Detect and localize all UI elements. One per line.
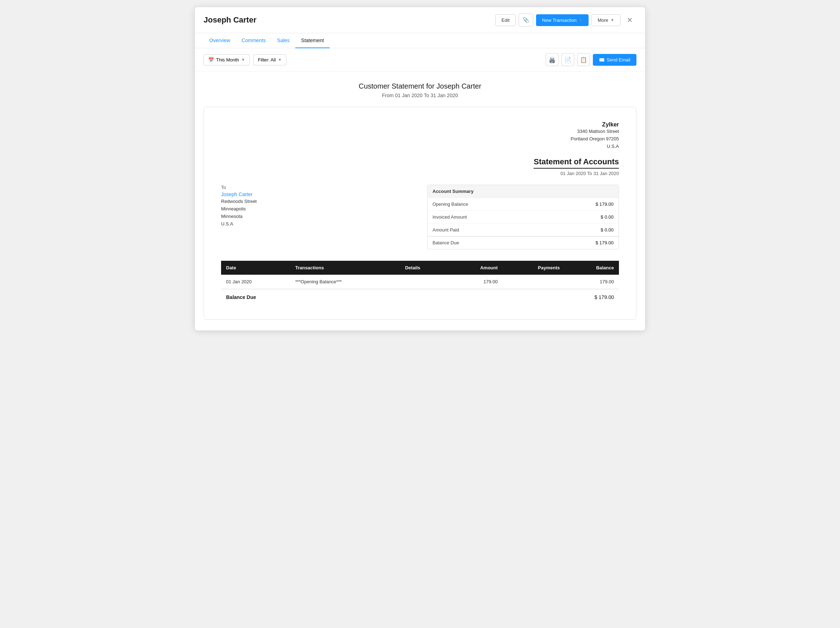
- email-icon: ✉️: [599, 57, 605, 63]
- tabs-bar: Overview Comments Sales Statement: [195, 33, 645, 48]
- row-amount: 179.00: [449, 275, 503, 289]
- toolbar-right: 🖨️ 📄 📋 ✉️ Send Email: [546, 53, 636, 66]
- row-payments: [503, 275, 565, 289]
- table-row: 01 Jan 2020 ***Opening Balance*** 179.00…: [221, 275, 619, 289]
- summary-invoiced-amount: Invoiced Amount $ 0.00: [428, 210, 619, 223]
- company-address-line2: Portland Oregon 97205: [221, 135, 619, 143]
- row-transaction: ***Opening Balance***: [291, 275, 400, 289]
- tab-sales[interactable]: Sales: [272, 33, 295, 48]
- balance-due-label: Balance Due: [226, 294, 256, 300]
- tab-comments[interactable]: Comments: [236, 33, 272, 48]
- statement-toolbar: 📅 This Month ▼ Filter: All ▼ 🖨️ 📄 📋 ✉️ S…: [195, 48, 645, 71]
- toolbar-left: 📅 This Month ▼ Filter: All ▼: [204, 54, 286, 65]
- summary-amount-paid: Amount Paid $ 0.00: [428, 223, 619, 236]
- table-header-row: Date Transactions Details Amount Payment…: [221, 261, 619, 275]
- attachment-button[interactable]: 📎: [519, 14, 533, 27]
- send-email-button[interactable]: ✉️ Send Email: [593, 54, 636, 66]
- two-col-section: To Joseph Carter Redwoods Street Minneap…: [221, 185, 619, 249]
- pdf-button[interactable]: 📄: [561, 53, 574, 66]
- customer-name-link[interactable]: Joseph Carter: [221, 191, 413, 197]
- col-amount: Amount: [449, 261, 503, 275]
- to-label: To: [221, 185, 413, 190]
- row-details: [400, 275, 449, 289]
- statement-of-accounts-title: Statement of Accounts: [534, 157, 619, 169]
- col-details: Details: [400, 261, 449, 275]
- col-payments: Payments: [503, 261, 565, 275]
- filter-select[interactable]: Filter: All ▼: [253, 54, 286, 65]
- summary-opening-balance: Opening Balance $ 179.00: [428, 198, 619, 210]
- balance-due-amount: $ 179.00: [595, 294, 614, 300]
- balance-due-row: Balance Due $ 179.00: [221, 289, 619, 305]
- statement-content: Customer Statement for Joseph Carter Fro…: [195, 71, 645, 331]
- col-balance: Balance: [565, 261, 619, 275]
- edit-button[interactable]: Edit: [495, 14, 515, 26]
- print-button[interactable]: 🖨️: [546, 53, 559, 66]
- new-transaction-button[interactable]: New Transaction ▼: [536, 14, 589, 26]
- more-chevron-icon: ▼: [610, 18, 614, 22]
- date-range-chevron-icon: ▼: [241, 57, 245, 62]
- row-date: 01 Jan 2020: [221, 275, 291, 289]
- header: Joseph Carter Edit 📎 New Transaction ▼ M…: [195, 7, 645, 33]
- statement-heading: Customer Statement for Joseph Carter: [204, 82, 636, 90]
- customer-country: U.S.A: [221, 220, 413, 228]
- customer-city: Minneapolis: [221, 206, 413, 213]
- company-address-line1: 3340 Mattson Street: [221, 128, 619, 135]
- date-range-select[interactable]: 📅 This Month ▼: [204, 54, 249, 65]
- account-summary-section: Account Summary Opening Balance $ 179.00…: [427, 185, 619, 249]
- calendar-icon: 📅: [208, 57, 214, 63]
- page-title: Joseph Carter: [204, 15, 491, 25]
- header-actions: Edit 📎 New Transaction ▼ More ▼ ✕: [495, 14, 636, 27]
- tab-overview[interactable]: Overview: [204, 33, 236, 48]
- company-country: U.S.A: [221, 143, 619, 150]
- statement-card: Zylker 3340 Mattson Street Portland Oreg…: [204, 107, 636, 320]
- to-section: To Joseph Carter Redwoods Street Minneap…: [221, 185, 413, 249]
- company-name: Zylker: [221, 122, 619, 128]
- statement-period: 01 Jan 2020 To 31 Jan 2020: [221, 171, 619, 176]
- main-window: Joseph Carter Edit 📎 New Transaction ▼ M…: [195, 7, 645, 331]
- row-balance: 179.00: [565, 275, 619, 289]
- summary-table: Account Summary Opening Balance $ 179.00…: [427, 185, 619, 249]
- more-button[interactable]: More ▼: [591, 14, 621, 26]
- filter-chevron-icon: ▼: [278, 57, 282, 62]
- col-date: Date: [221, 261, 291, 275]
- statement-title-section: Statement of Accounts 01 Jan 2020 To 31 …: [221, 157, 619, 176]
- statement-heading-section: Customer Statement for Joseph Carter Fro…: [204, 82, 636, 98]
- summary-table-header: Account Summary: [428, 185, 619, 198]
- tab-statement[interactable]: Statement: [295, 33, 330, 48]
- transactions-table: Date Transactions Details Amount Payment…: [221, 261, 619, 289]
- csv-button[interactable]: 📋: [577, 53, 590, 66]
- statement-date-range-text: From 01 Jan 2020 To 31 Jan 2020: [204, 93, 636, 98]
- summary-balance-due: Balance Due $ 179.00: [428, 236, 619, 249]
- close-button[interactable]: ✕: [623, 14, 636, 27]
- dropdown-chevron-icon: ▼: [579, 18, 583, 22]
- customer-state: Minnesota: [221, 213, 413, 220]
- company-info: Zylker 3340 Mattson Street Portland Oreg…: [221, 122, 619, 150]
- customer-street: Redwoods Street: [221, 198, 413, 206]
- col-transactions: Transactions: [291, 261, 400, 275]
